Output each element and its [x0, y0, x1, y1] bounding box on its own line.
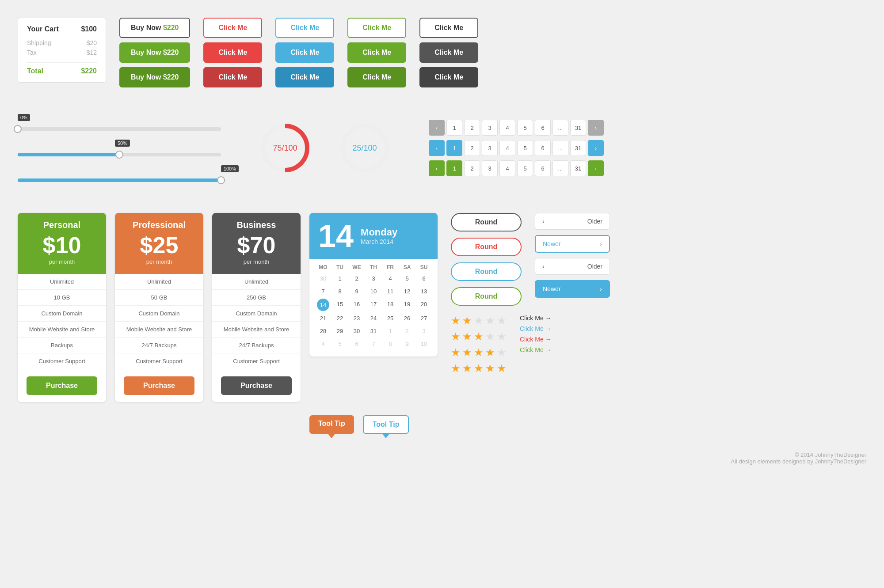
page-2-3[interactable]: 2	[464, 160, 480, 176]
cal-cell-5a[interactable]: 5	[399, 273, 415, 284]
click-me-blue-outline[interactable]: Click Me	[275, 18, 334, 38]
click-me-dark-darker[interactable]: Click Me	[419, 67, 478, 87]
purchase-business-button[interactable]: Purchase	[221, 376, 292, 395]
click-me-green-outline[interactable]: Click Me	[347, 18, 406, 38]
page-4-3[interactable]: 4	[499, 160, 515, 176]
slider-100-thumb[interactable]	[217, 176, 225, 184]
round-dark-button[interactable]: Round	[451, 213, 522, 231]
cal-cell-2a[interactable]: 2	[348, 273, 365, 284]
cal-cell-4b[interactable]: 4	[315, 338, 332, 349]
cal-cell-30[interactable]: 30	[315, 273, 332, 284]
cal-cell-22[interactable]: 22	[332, 313, 348, 324]
slider-0-thumb[interactable]	[14, 125, 22, 133]
cal-cell-10[interactable]: 10	[365, 286, 382, 297]
buy-now-outline-button[interactable]: Buy Now $220	[119, 18, 190, 38]
cal-cell-3a[interactable]: 3	[365, 273, 382, 284]
click-me-red-dark[interactable]: Click Me	[203, 67, 262, 87]
buy-now-green-button[interactable]: Buy Now $220	[119, 42, 190, 63]
purchase-professional-button[interactable]: Purchase	[124, 376, 194, 395]
page-4-1[interactable]: 4	[499, 120, 515, 136]
cal-cell-8b[interactable]: 8	[382, 338, 399, 349]
cal-cell-20[interactable]: 20	[415, 299, 432, 311]
page-6-3[interactable]: 6	[535, 160, 551, 176]
newer-button-2[interactable]: Newer ›	[535, 280, 610, 298]
buy-now-green-dark-button[interactable]: Buy Now $220	[119, 67, 190, 87]
page-prev-2[interactable]: ‹	[429, 140, 445, 156]
older-button-1[interactable]: ‹ Older	[535, 213, 610, 230]
cal-cell-31[interactable]: 31	[365, 326, 382, 337]
cal-cell-15[interactable]: 15	[332, 299, 348, 311]
page-31-2[interactable]: 31	[570, 140, 586, 156]
cal-cell-8[interactable]: 8	[332, 286, 348, 297]
cal-cell-7[interactable]: 7	[315, 286, 332, 297]
cal-cell-6b[interactable]: 6	[348, 338, 365, 349]
cal-cell-27[interactable]: 27	[415, 313, 432, 324]
click-me-green-solid[interactable]: Click Me	[347, 42, 406, 63]
link-black[interactable]: Click Me →	[520, 315, 552, 322]
cal-cell-14[interactable]: 14	[317, 299, 329, 311]
link-green[interactable]: Click Me →	[520, 346, 552, 353]
click-me-blue-dark[interactable]: Click Me	[275, 67, 334, 87]
cal-cell-1a[interactable]: 1	[332, 273, 348, 284]
cal-cell-17[interactable]: 17	[365, 299, 382, 311]
link-blue[interactable]: Click Me →	[520, 325, 552, 332]
cal-cell-9b[interactable]: 9	[399, 338, 415, 349]
cal-cell-16[interactable]: 16	[348, 299, 365, 311]
cal-cell-5b[interactable]: 5	[332, 338, 348, 349]
page-4-2[interactable]: 4	[499, 140, 515, 156]
cal-cell-29[interactable]: 29	[332, 326, 348, 337]
page-5-2[interactable]: 5	[517, 140, 533, 156]
page-next-2[interactable]: ›	[588, 140, 604, 156]
cal-cell-28[interactable]: 28	[315, 326, 332, 337]
cal-cell-10b[interactable]: 10	[415, 338, 432, 349]
cal-cell-6a[interactable]: 6	[415, 273, 432, 284]
click-me-blue-solid[interactable]: Click Me	[275, 42, 334, 63]
purchase-personal-button[interactable]: Purchase	[27, 376, 97, 395]
cal-cell-9[interactable]: 9	[348, 286, 365, 297]
page-2-2[interactable]: 2	[464, 140, 480, 156]
cal-cell-26[interactable]: 26	[399, 313, 415, 324]
page-prev-3[interactable]: ‹	[429, 160, 445, 176]
cal-cell-18[interactable]: 18	[382, 299, 399, 311]
page-prev-1[interactable]: ‹	[429, 120, 445, 136]
slider-50-thumb[interactable]	[115, 151, 123, 159]
click-me-red-solid[interactable]: Click Me	[203, 42, 262, 63]
cal-cell-2b[interactable]: 2	[399, 326, 415, 337]
round-red-button[interactable]: Round	[451, 238, 522, 256]
cal-cell-4a[interactable]: 4	[382, 273, 399, 284]
cal-cell-21[interactable]: 21	[315, 313, 332, 324]
click-me-dark-solid[interactable]: Click Me	[419, 42, 478, 63]
page-5-3[interactable]: 5	[517, 160, 533, 176]
page-3-1[interactable]: 3	[482, 120, 498, 136]
cal-cell-23[interactable]: 23	[348, 313, 365, 324]
cal-cell-19[interactable]: 19	[399, 299, 415, 311]
cal-cell-7b[interactable]: 7	[365, 338, 382, 349]
click-me-red-outline[interactable]: Click Me	[203, 18, 262, 38]
page-5-1[interactable]: 5	[517, 120, 533, 136]
page-next-3[interactable]: ›	[588, 160, 604, 176]
cal-cell-24[interactable]: 24	[365, 313, 382, 324]
page-1-1[interactable]: 1	[446, 120, 462, 136]
page-2-1[interactable]: 2	[464, 120, 480, 136]
page-next-1[interactable]: ›	[588, 120, 604, 136]
click-me-dark-outline[interactable]: Click Me	[419, 18, 478, 38]
cal-cell-30b[interactable]: 30	[348, 326, 365, 337]
older-button-2[interactable]: ‹ Older	[535, 258, 610, 275]
cal-cell-11[interactable]: 11	[382, 286, 399, 297]
page-1-3[interactable]: 1	[446, 160, 462, 176]
cal-cell-12[interactable]: 12	[399, 286, 415, 297]
slider-50-track[interactable]	[18, 153, 221, 156]
slider-100-track[interactable]	[18, 178, 221, 182]
page-6-1[interactable]: 6	[535, 120, 551, 136]
cal-cell-3b[interactable]: 3	[415, 326, 432, 337]
page-6-2[interactable]: 6	[535, 140, 551, 156]
click-me-green-dark[interactable]: Click Me	[347, 67, 406, 87]
link-red[interactable]: Click Me →	[520, 336, 552, 343]
page-1-2[interactable]: 1	[446, 140, 462, 156]
cal-cell-25[interactable]: 25	[382, 313, 399, 324]
round-blue-button[interactable]: Round	[451, 262, 522, 281]
page-3-2[interactable]: 3	[482, 140, 498, 156]
page-31-1[interactable]: 31	[570, 120, 586, 136]
page-31-3[interactable]: 31	[570, 160, 586, 176]
cal-cell-1b[interactable]: 1	[382, 326, 399, 337]
